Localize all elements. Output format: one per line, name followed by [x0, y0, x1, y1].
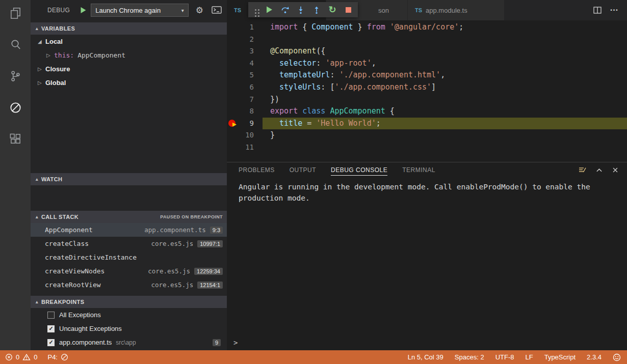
panel-tab-problems[interactable]: PROBLEMS [239, 164, 275, 176]
code-line[interactable]: 3@Component({ [227, 45, 627, 58]
debug-icon[interactable] [4, 101, 27, 127]
toolbar-drag-handle[interactable] [253, 6, 258, 14]
perforce-label[interactable]: P4: [47, 353, 58, 361]
editor-tab-label: son [378, 7, 389, 14]
call-stack-frame[interactable]: createRootViewcore.es5.js12154:1 [31, 278, 227, 292]
breakpoint-row[interactable]: ✓app.component.tssrc\app9 [31, 335, 227, 349]
breakpoint-checkbox[interactable]: ✓ [47, 325, 55, 332]
more-actions-icon[interactable]: … [610, 8, 619, 12]
continue-button[interactable] [265, 5, 274, 14]
call-stack-frame[interactable]: createViewNodescore.es5.js12259:34 [31, 264, 227, 278]
breakpoint-checkbox[interactable] [47, 312, 55, 319]
variables-scope-row[interactable]: ◢Local [31, 35, 227, 48]
watch-section-header[interactable]: ▴ WATCH [31, 173, 227, 185]
line-gutter[interactable]: 4 [227, 58, 263, 70]
stop-button[interactable] [344, 5, 353, 14]
line-gutter[interactable]: ▶9 [227, 118, 263, 130]
configure-gear-icon[interactable]: ⚙ [196, 6, 203, 15]
debug-console-input-prompt[interactable]: > [233, 339, 238, 347]
line-gutter[interactable]: 1 [227, 21, 263, 34]
step-into-button[interactable] [296, 5, 305, 14]
section-twisty-icon: ▴ [36, 214, 38, 219]
status-item[interactable]: 2.3.4 [587, 353, 602, 361]
frame-function-name: createClass [45, 240, 89, 247]
call-stack-frame[interactable]: AppComponentapp.component.ts9:3 [31, 223, 227, 237]
status-right: Ln 5, Col 39Spaces: 2UTF-8LFTypeScript2.… [408, 353, 621, 361]
code-line[interactable]: 1import { Component } from '@angular/cor… [227, 21, 627, 34]
start-debugging-button[interactable] [80, 7, 87, 14]
breakpoint-label: app.component.ts [59, 339, 112, 346]
status-problems[interactable]: 0 0 P4: [5, 353, 68, 361]
frame-function-name: createViewNodes [45, 267, 104, 275]
status-item[interactable]: LF [525, 353, 533, 361]
code-line-text [263, 34, 627, 46]
variables-scope-row[interactable]: ▷Global [31, 76, 227, 90]
split-editor-icon[interactable] [593, 6, 602, 14]
launch-config-dropdown[interactable]: Launch Chrome again ▾ [91, 4, 189, 17]
status-item[interactable]: UTF-8 [495, 353, 514, 361]
editor-tab[interactable]: TSapp.module.ts [408, 0, 505, 20]
source-control-icon[interactable] [4, 69, 27, 96]
bottom-panel: PROBLEMSOUTPUTDEBUG CONSOLETERMINAL Angu… [227, 162, 627, 350]
clear-console-icon[interactable] [578, 166, 587, 174]
line-gutter[interactable]: 8 [227, 105, 263, 118]
code-line[interactable]: 2 [227, 34, 627, 46]
breakpoint-checkbox[interactable]: ✓ [47, 339, 55, 346]
code-line[interactable]: 5 templateUrl: './app.component.html', [227, 69, 627, 81]
watch-section-title: WATCH [41, 176, 63, 182]
call-stack-frame[interactable]: createClasscore.es5.js10997:1 [31, 237, 227, 250]
code-line[interactable]: 7}) [227, 94, 627, 106]
search-icon[interactable] [4, 38, 27, 64]
step-over-button[interactable] [280, 5, 290, 14]
panel-tab-terminal[interactable]: TERMINAL [402, 164, 435, 176]
call-stack-section-header[interactable]: ▴ CALL STACK PAUSED ON BREAKPOINT [31, 211, 227, 223]
code-line[interactable]: 11 [227, 142, 627, 154]
breakpoint-row[interactable]: ✓Uncaught Exceptions [31, 322, 227, 335]
breakpoints-section-header[interactable]: ▴ BREAKPOINTS [31, 296, 227, 308]
frame-file-name: core.es5.js [148, 267, 190, 275]
code-line[interactable]: 4 selector: 'app-root', [227, 58, 627, 70]
code-line[interactable]: 6 styleUrls: ['./app.component.css'] [227, 81, 627, 94]
feedback-smiley-icon[interactable] [613, 353, 621, 361]
panel-tab-debug-console[interactable]: DEBUG CONSOLE [331, 164, 387, 176]
line-gutter[interactable]: 6 [227, 81, 263, 94]
variables-scope-row[interactable]: ▷Closure [31, 62, 227, 76]
line-gutter[interactable]: 10 [227, 129, 263, 142]
debug-action-toolbar: ↻ [248, 2, 358, 17]
line-gutter[interactable]: 5 [227, 69, 263, 81]
extensions-icon[interactable] [4, 132, 27, 159]
restart-button[interactable]: ↻ [328, 5, 337, 14]
breakpoint-row[interactable]: All Exceptions [31, 308, 227, 322]
variables-section-header[interactable]: ▴ VARIABLES [31, 22, 227, 35]
code-token: import [270, 22, 298, 32]
line-number: 11 [245, 143, 254, 151]
typescript-file-icon: TS [415, 7, 422, 13]
variable-name: this: [54, 51, 74, 59]
line-gutter[interactable]: 11 [227, 142, 263, 154]
line-number: 3 [250, 47, 254, 55]
line-gutter[interactable]: 3 [227, 45, 263, 58]
explorer-icon[interactable] [4, 6, 27, 33]
maximize-panel-icon[interactable] [595, 166, 603, 174]
line-gutter[interactable]: 7 [227, 94, 263, 106]
code-line[interactable]: 8export class AppComponent { [227, 105, 627, 118]
code-editor[interactable]: 1import { Component } from '@angular/cor… [227, 20, 627, 162]
code-token: { [385, 106, 395, 116]
line-gutter[interactable]: 2 [227, 34, 263, 46]
call-stack-section-title: CALL STACK [41, 214, 79, 220]
status-item[interactable]: Ln 5, Col 39 [408, 353, 443, 361]
code-line[interactable]: 10} [227, 129, 627, 142]
error-icon [5, 353, 13, 361]
vscode-window: DEBUG Launch Chrome again ▾ ⚙ ▴ VARIABLE… [0, 0, 627, 350]
status-item[interactable]: TypeScript [544, 353, 576, 361]
open-debug-console-icon[interactable] [212, 6, 222, 14]
call-stack-frame[interactable]: createDirectiveInstance [31, 250, 227, 264]
variable-row[interactable]: ▷this:AppComponent [31, 48, 227, 62]
close-panel-icon[interactable] [612, 166, 619, 174]
editor-tab-bar: TSsonTSapp.module.ts … [227, 0, 627, 20]
step-out-button[interactable] [312, 5, 321, 14]
status-item[interactable]: Spaces: 2 [455, 353, 484, 361]
code-token: title [279, 119, 302, 128]
panel-tab-output[interactable]: OUTPUT [290, 164, 316, 176]
code-line[interactable]: ▶9 title = 'Hello World'; [227, 118, 627, 130]
